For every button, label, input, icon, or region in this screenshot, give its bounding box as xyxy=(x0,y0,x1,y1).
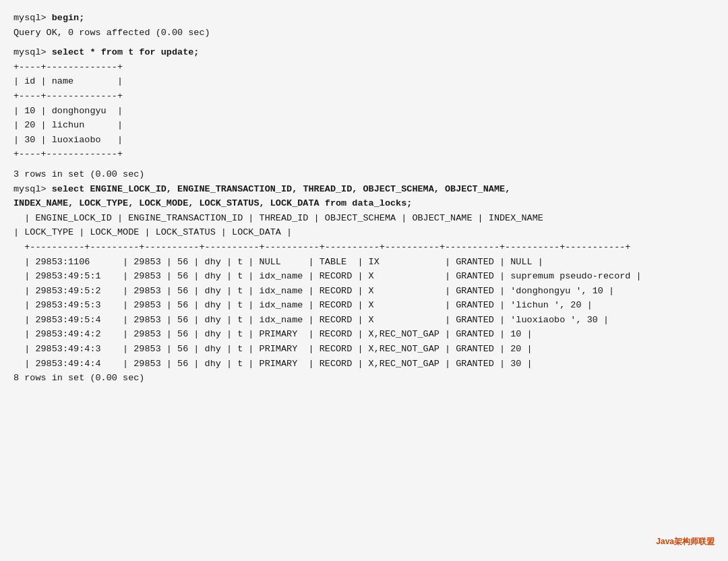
rows-in-set: 3 rows in set (0.00 sec) xyxy=(13,167,715,182)
prompt-3: mysql> xyxy=(13,47,52,57)
spacer-2 xyxy=(13,162,715,167)
cmd-1: begin; xyxy=(52,13,85,23)
prompt-q2: mysql> xyxy=(13,184,52,194)
cmd-3: select * from t for update; xyxy=(52,47,200,57)
line-3: mysql> select * from t for update; xyxy=(13,45,715,60)
line-1: mysql> begin; xyxy=(13,11,715,26)
query-line-1: mysql> select ENGINE_LOCK_ID, ENGINE_TRA… xyxy=(13,182,715,197)
line-2: Query OK, 0 rows affected (0.00 sec) xyxy=(13,26,715,40)
table-row-2: | 20 | lichun | xyxy=(13,118,715,133)
col-header-1: | ENGINE_LOCK_ID | ENGINE_TRANSACTION_ID… xyxy=(13,211,715,226)
cmd-q2: select ENGINE_LOCK_ID, ENGINE_TRANSACTIO… xyxy=(52,184,511,194)
data-row-4: | 29853:49:5:3 | 29853 | 56 | dhy | t | … xyxy=(13,298,715,313)
data-row-5: | 29853:49:5:4 | 29853 | 56 | dhy | t | … xyxy=(13,313,715,328)
data-row-8: | 29853:49:4:4 | 29853 | 56 | dhy | t | … xyxy=(13,357,715,372)
data-row-6: | 29853:49:4:2 | 29853 | 56 | dhy | t | … xyxy=(13,327,715,342)
spacer-1 xyxy=(13,40,715,45)
terminal-window: mysql> begin; Query OK, 0 rows affected … xyxy=(0,0,728,561)
cmd-q2b: INDEX_NAME, LOCK_TYPE, LOCK_MODE, LOCK_S… xyxy=(13,198,412,208)
table-bottom: +----+-------------+ xyxy=(13,147,715,162)
watermark: Java架构师联盟 xyxy=(656,536,715,548)
data-separator: +----------+---------+----------+-------… xyxy=(13,240,715,255)
table-top: +----+-------------+ xyxy=(13,60,715,75)
table-row-1: | 10 | donghongyu | xyxy=(13,104,715,119)
data-row-7: | 29853:49:4:3 | 29853 | 56 | dhy | t | … xyxy=(13,342,715,357)
col-header-2: | LOCK_TYPE | LOCK_MODE | LOCK_STATUS | … xyxy=(13,225,715,240)
data-row-2: | 29853:49:5:1 | 29853 | 56 | dhy | t | … xyxy=(13,269,715,284)
table-mid: +----+-------------+ xyxy=(13,89,715,104)
data-row-3: | 29853:49:5:2 | 29853 | 56 | dhy | t | … xyxy=(13,284,715,299)
data-row-1: | 29853:1106 | 29853 | 56 | dhy | t | NU… xyxy=(13,255,715,270)
prompt-1: mysql> xyxy=(13,13,52,23)
query-line-2: INDEX_NAME, LOCK_TYPE, LOCK_MODE, LOCK_S… xyxy=(13,196,715,211)
final-row-count: 8 rows in set (0.00 sec) xyxy=(13,371,715,386)
table-header: | id | name | xyxy=(13,74,715,89)
table-row-3: | 30 | luoxiaobo | xyxy=(13,133,715,148)
